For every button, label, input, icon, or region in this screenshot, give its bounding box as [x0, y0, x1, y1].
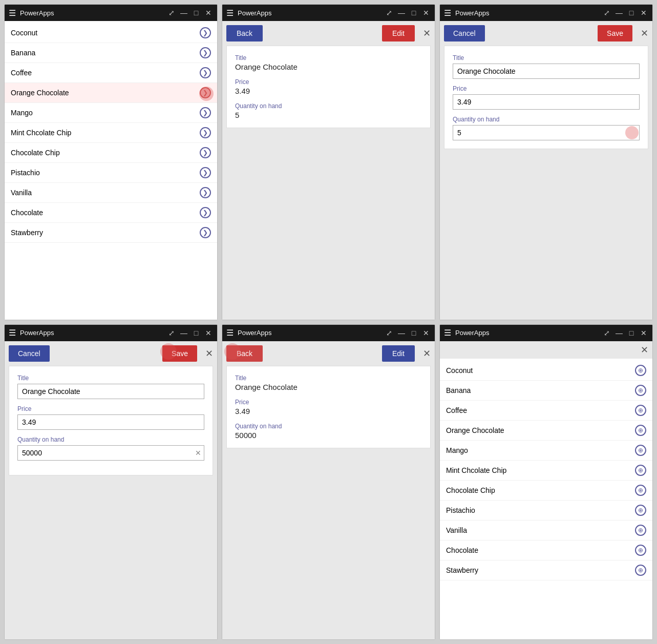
close-icon[interactable]: ✕ [639, 329, 648, 337]
list-item-close[interactable]: ⊕ [635, 505, 646, 516]
price-input[interactable] [453, 94, 640, 110]
list-item-arrow-active[interactable]: ❯ [200, 87, 211, 98]
minimize-icon[interactable]: — [614, 329, 624, 337]
clear-input-button[interactable]: ✕ [195, 449, 201, 457]
minimize-icon[interactable]: — [179, 329, 188, 337]
qty-input[interactable] [453, 125, 640, 140]
title-input[interactable] [17, 384, 204, 399]
list-item-close[interactable]: ⊕ [635, 485, 646, 496]
close-icon[interactable]: ✕ [639, 9, 648, 17]
edit-button[interactable]: Edit [382, 25, 415, 41]
hamburger-icon[interactable]: ☰ [226, 8, 234, 18]
qty-field-value: 50000 [235, 431, 422, 440]
title-input[interactable] [453, 64, 640, 79]
list-item[interactable]: Stawberry ⊕ [440, 560, 652, 580]
list-item[interactable]: Coconut ⊕ [440, 361, 652, 381]
list-item-orange-chocolate[interactable]: Orange Chocolate ❯ [5, 83, 217, 103]
list-item-arrow[interactable]: ❯ [200, 67, 211, 78]
minimize-icon[interactable]: — [397, 9, 406, 17]
list-item-arrow[interactable]: ❯ [200, 167, 211, 178]
close-button[interactable]: ✕ [641, 344, 648, 356]
minimize-icon[interactable]: — [179, 9, 188, 17]
list-item[interactable]: Chocolate Chip ❯ [5, 143, 217, 163]
back-button[interactable]: Back [226, 25, 263, 41]
close-button[interactable]: ✕ [641, 28, 648, 39]
list-item-arrow[interactable]: ❯ [200, 107, 211, 118]
minimize-icon[interactable]: — [614, 9, 624, 17]
close-icon[interactable]: ✕ [421, 329, 431, 337]
list-item[interactable]: Coconut ❯ [5, 23, 217, 43]
list-item[interactable]: Chocolate ❯ [5, 203, 217, 223]
list-item[interactable]: Chocolate Chip ⊕ [440, 481, 652, 501]
close-icon[interactable]: ✕ [204, 9, 213, 17]
save-button[interactable]: Save [598, 25, 632, 41]
list-item[interactable]: Mint Chcolate Chip ❯ [5, 123, 217, 143]
expand-icon[interactable]: ⤢ [602, 329, 611, 337]
price-input[interactable] [17, 414, 204, 430]
expand-icon[interactable]: ⤢ [385, 329, 394, 337]
close-icon[interactable]: ✕ [421, 9, 431, 17]
panel3-titlebar: ☰ PowerApps ⤢ — □ ✕ [440, 5, 652, 21]
qty-field-label: Quantity on hand [17, 436, 204, 443]
save-button[interactable]: Save [162, 345, 197, 362]
list-item[interactable]: Vanilla ❯ [5, 183, 217, 203]
maximize-icon[interactable]: □ [409, 9, 418, 17]
list-item[interactable]: Mango ⊕ [440, 441, 652, 461]
list-item[interactable]: Stawberry ❯ [5, 223, 217, 243]
list-item[interactable]: Banana ❯ [5, 43, 217, 63]
maximize-icon[interactable]: □ [192, 329, 201, 337]
list-item[interactable]: Banana ⊕ [440, 381, 652, 401]
list-item-close[interactable]: ⊕ [635, 465, 646, 476]
hamburger-icon[interactable]: ☰ [444, 8, 451, 18]
list-item[interactable]: Vanilla ⊕ [440, 521, 652, 541]
close-button[interactable]: ✕ [423, 348, 431, 359]
hamburger-icon[interactable]: ☰ [9, 328, 16, 338]
maximize-icon[interactable]: □ [192, 9, 201, 17]
list-item[interactable]: Mango ❯ [5, 103, 217, 123]
close-icon[interactable]: ✕ [204, 329, 213, 337]
price-field-value: 3.49 [235, 407, 422, 416]
cancel-button[interactable]: Cancel [444, 25, 485, 41]
list-item[interactable]: Coffee ⊕ [440, 401, 652, 421]
maximize-icon[interactable]: □ [409, 329, 418, 337]
close-button[interactable]: ✕ [205, 348, 213, 359]
hamburger-icon[interactable]: ☰ [226, 328, 234, 338]
list-item[interactable]: Orange Chocolate ⊕ [440, 421, 652, 441]
edit-button[interactable]: Edit [382, 345, 415, 362]
list-item[interactable]: Pistachio ⊕ [440, 501, 652, 521]
list-item-close[interactable]: ⊕ [635, 365, 646, 376]
list-item[interactable]: Mint Chcolate Chip ⊕ [440, 461, 652, 481]
qty-input[interactable] [17, 445, 204, 461]
list-item-close[interactable]: ⊕ [635, 545, 646, 556]
list-item-arrow[interactable]: ❯ [200, 207, 211, 218]
maximize-icon[interactable]: □ [627, 9, 636, 17]
list-item-arrow[interactable]: ❯ [200, 127, 211, 138]
hamburger-icon[interactable]: ☰ [9, 8, 16, 18]
list-item-close[interactable]: ⊕ [635, 405, 646, 416]
maximize-icon[interactable]: □ [627, 329, 636, 337]
list-item-arrow[interactable]: ❯ [200, 47, 211, 58]
list-item[interactable]: Chocolate ⊕ [440, 541, 652, 560]
list-item-arrow[interactable]: ❯ [200, 227, 211, 238]
expand-icon[interactable]: ⤢ [167, 9, 176, 17]
minimize-icon[interactable]: — [397, 329, 406, 337]
expand-icon[interactable]: ⤢ [602, 9, 611, 17]
list-item-arrow[interactable]: ❯ [200, 27, 211, 38]
list-item-close[interactable]: ⊕ [635, 525, 646, 536]
list-item[interactable]: Coffee ❯ [5, 63, 217, 83]
list-item-close[interactable]: ⊕ [635, 565, 646, 576]
cancel-button[interactable]: Cancel [9, 345, 50, 362]
expand-icon[interactable]: ⤢ [167, 329, 176, 337]
list-item-arrow[interactable]: ❯ [200, 187, 211, 198]
list-item-arrow[interactable]: ❯ [200, 147, 211, 158]
list-item-close[interactable]: ⊕ [635, 385, 646, 396]
list-item-label: Vanilla [446, 526, 467, 534]
list-item-close[interactable]: ⊕ [635, 445, 646, 456]
list-item-close[interactable]: ⊕ [635, 425, 646, 436]
list-item[interactable]: Pistachio ❯ [5, 163, 217, 183]
hamburger-icon[interactable]: ☰ [444, 328, 451, 338]
back-button[interactable]: Back [226, 345, 263, 362]
title-field-label: Title [17, 375, 204, 382]
expand-icon[interactable]: ⤢ [385, 9, 394, 17]
close-button[interactable]: ✕ [423, 28, 431, 39]
